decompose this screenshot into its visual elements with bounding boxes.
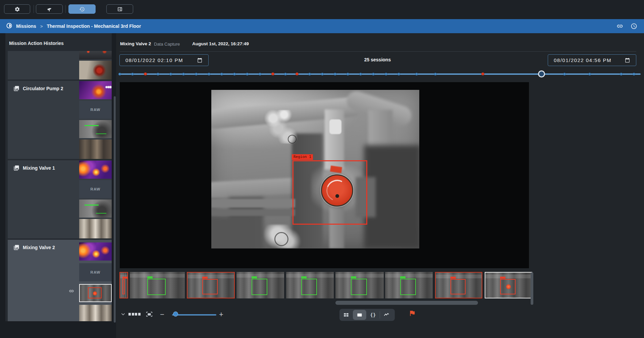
session-dot[interactable] xyxy=(563,73,566,75)
toolbar-divider xyxy=(34,5,34,13)
single-view-icon xyxy=(356,312,363,318)
session-dot[interactable] xyxy=(233,73,236,75)
session-dot[interactable] xyxy=(334,73,336,75)
single-view-button[interactable] xyxy=(353,310,366,320)
clock-icon[interactable] xyxy=(631,23,637,30)
session-dot[interactable] xyxy=(359,73,362,75)
panel-layout-button[interactable] xyxy=(106,4,133,14)
gear-icon xyxy=(14,6,20,12)
session-dot-alert[interactable] xyxy=(144,72,147,75)
grid-view-button[interactable] xyxy=(339,309,353,321)
session-dot[interactable] xyxy=(415,73,418,75)
history-item-mixing-valve-1[interactable]: Mixing Valve 1 RAW xyxy=(8,160,112,238)
thumbnail-photo[interactable] xyxy=(79,219,112,238)
thumbnail-raw[interactable]: RAW xyxy=(79,180,112,198)
filmstrip-thumbnail[interactable] xyxy=(335,272,384,298)
session-dot[interactable] xyxy=(434,73,437,75)
session-dot[interactable] xyxy=(372,73,375,75)
filmstrip-vertical-scrollbar[interactable] xyxy=(531,272,533,305)
fit-screen-button[interactable] xyxy=(146,311,153,318)
filmstrip-thumbnail[interactable] xyxy=(435,272,482,298)
session-dot[interactable] xyxy=(284,73,287,75)
image-viewer[interactable]: Region 1 xyxy=(120,82,529,268)
zoom-out-button[interactable]: − xyxy=(160,310,164,319)
calendar-icon[interactable] xyxy=(625,58,630,63)
thumbnail-photo[interactable] xyxy=(79,305,112,321)
capture-subtitle: Data Capture xyxy=(154,42,180,47)
zoom-slider-track[interactable] xyxy=(172,314,216,316)
thumbnail-thermal[interactable] xyxy=(79,242,112,261)
session-dot[interactable] xyxy=(157,73,159,75)
filmstrip-thumbnail[interactable] xyxy=(130,272,185,298)
session-dot[interactable] xyxy=(169,73,172,75)
session-dot[interactable] xyxy=(346,73,349,75)
link-icon[interactable] xyxy=(616,23,623,30)
history-item-label: Mixing Valve 2 xyxy=(23,245,55,250)
filmstrip-thumbnail[interactable] xyxy=(485,272,532,298)
flag-icon xyxy=(409,309,416,317)
calendar-icon[interactable] xyxy=(197,58,202,63)
session-dot[interactable] xyxy=(131,73,134,75)
filmstrip-horizontal-scrollbar[interactable] xyxy=(335,301,478,305)
session-dot[interactable] xyxy=(308,73,311,75)
session-dot[interactable] xyxy=(321,73,324,75)
session-dot[interactable] xyxy=(220,73,223,75)
filmstrip-thumbnail[interactable] xyxy=(385,272,433,298)
session-dot[interactable] xyxy=(195,73,198,75)
session-dot-alert[interactable] xyxy=(271,72,274,75)
breadcrumb-title: Thermal Inspection - Mechanical 3rd Floo… xyxy=(47,23,141,29)
history-item-partial[interactable] xyxy=(8,51,112,79)
thermal-image: Region 1 xyxy=(211,90,419,248)
sidebar-scrollbar[interactable] xyxy=(114,96,116,323)
filmstrip-thumbnail[interactable] xyxy=(286,272,334,298)
zoom-slider-knob[interactable] xyxy=(173,312,178,317)
capture-timestamp: August 1st, 2022, 16:27:49 xyxy=(192,41,249,46)
history-item-circulator-pump-2[interactable]: Circulator Pump 2 RAW xyxy=(8,81,112,159)
date-from-input[interactable]: 08/01/2022 02:10 PM xyxy=(119,54,209,66)
thumbnail-photo[interactable] xyxy=(79,139,112,159)
collapse-filmstrip-button[interactable] xyxy=(120,312,126,317)
filmstrip-thumbnail[interactable] xyxy=(236,272,284,298)
photos-icon xyxy=(13,244,19,250)
session-dot[interactable] xyxy=(588,73,591,75)
session-dot-alert[interactable] xyxy=(296,72,299,75)
filmstrip-thumbnail[interactable] xyxy=(119,272,128,298)
session-dot[interactable] xyxy=(246,73,249,75)
session-dot[interactable] xyxy=(118,73,121,75)
thumbnail-thermal[interactable] xyxy=(79,81,112,99)
session-dot[interactable] xyxy=(182,73,185,75)
thumbnail-raw[interactable]: RAW xyxy=(79,263,112,281)
session-dot[interactable] xyxy=(620,73,623,75)
thumbnail-raw[interactable]: RAW xyxy=(79,101,112,119)
timeline-track[interactable] xyxy=(120,73,641,75)
date-to-input[interactable]: 08/01/2022 04:56 PM xyxy=(548,54,636,66)
history-item-mixing-valve-2[interactable]: Mixing Valve 2 RAW xyxy=(8,240,112,321)
session-dot[interactable] xyxy=(397,73,400,75)
session-dot-alert[interactable] xyxy=(481,72,484,75)
flag-button[interactable] xyxy=(409,309,416,318)
thumbnail-gray[interactable] xyxy=(79,120,112,138)
thumbnail-photo[interactable] xyxy=(79,61,112,79)
thumbnail-photo[interactable] xyxy=(79,51,112,59)
session-dot[interactable] xyxy=(633,73,635,75)
session-dot[interactable] xyxy=(259,73,261,75)
timeline-selected-handle[interactable] xyxy=(538,70,545,77)
json-view-button[interactable]: {} xyxy=(366,309,380,321)
chart-view-button[interactable] xyxy=(380,309,393,321)
linked-thumbnail-icon xyxy=(69,288,74,294)
zoom-in-button[interactable]: + xyxy=(219,310,223,319)
sensor-button[interactable] xyxy=(36,4,63,14)
thumbnail-gray[interactable] xyxy=(79,200,112,218)
thumbnail-thermal[interactable] xyxy=(79,161,112,179)
thumbnail-selected[interactable] xyxy=(79,284,112,302)
settings-button[interactable] xyxy=(4,4,30,14)
filmstrip-thumbnail[interactable] xyxy=(187,272,235,298)
session-dot[interactable] xyxy=(385,73,387,75)
view-mode-switcher: {} xyxy=(339,309,395,321)
history-button[interactable] xyxy=(68,4,96,14)
breadcrumb-missions[interactable]: Missions xyxy=(16,23,36,29)
session-dot[interactable] xyxy=(208,73,210,75)
thumbnail-size-icon[interactable] xyxy=(128,313,141,316)
top-toolbar xyxy=(0,0,644,19)
region-bounding-box[interactable] xyxy=(292,160,367,225)
